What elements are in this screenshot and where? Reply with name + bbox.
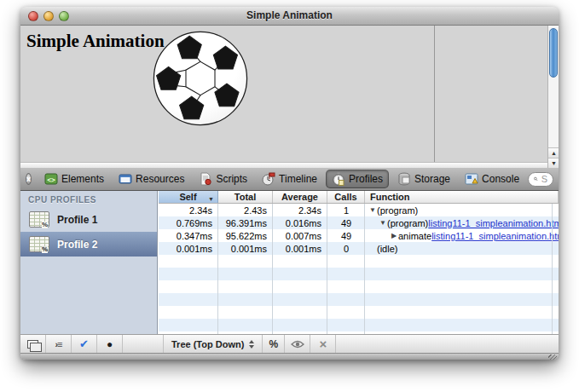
- show-console-button[interactable]: ›≡: [46, 335, 72, 353]
- function-name: (idle): [377, 244, 397, 254]
- profiles-panel: CPU PROFILES % Profile 1 % Profile 2 Sel…: [20, 191, 559, 334]
- sidebar-item-profile-1[interactable]: % Profile 1: [20, 207, 157, 232]
- tree-mode-select[interactable]: Tree (Top Down): [164, 335, 263, 353]
- tab-console[interactable]: Console: [459, 170, 525, 188]
- sidebar-item-profile-2[interactable]: % Profile 2: [20, 232, 157, 257]
- tab-elements[interactable]: <> Elements: [38, 170, 110, 188]
- table-row[interactable]: 0.001ms 0.001ms 0.001ms 0 (idle): [159, 242, 559, 255]
- search-input[interactable]: [541, 174, 547, 184]
- eye-icon: [291, 340, 304, 349]
- sidebar-item-label: Profile 2: [57, 239, 97, 251]
- cell-average: 0.007ms: [273, 231, 327, 241]
- vertical-scrollbar[interactable]: ▲ ▼: [547, 26, 559, 168]
- column-label: Total: [234, 192, 256, 202]
- column-label: Calls: [334, 192, 356, 202]
- title-bar: Simple Animation: [20, 7, 559, 26]
- column-divider[interactable]: [364, 204, 365, 334]
- screenshot-stage: Simple Animation Simple Animation: [0, 0, 579, 392]
- column-header-calls[interactable]: Calls: [327, 191, 365, 203]
- cell-function: ▶ animate listing11-1_simpleanimation.ht…: [365, 231, 559, 241]
- cell-calls: 49: [327, 218, 365, 228]
- tab-profiles[interactable]: Profiles: [326, 170, 389, 188]
- tab-resources[interactable]: Resources: [113, 170, 190, 188]
- horizontal-scrollbar[interactable]: [20, 162, 547, 168]
- elements-icon: <>: [44, 172, 58, 186]
- table-row[interactable]: 0.347ms 95.622ms 0.007ms 49 ▶ animate li…: [159, 229, 559, 242]
- popup-arrows-icon: [249, 340, 254, 349]
- storage-icon: [397, 172, 411, 186]
- search-icon: [534, 175, 538, 183]
- column-header-average[interactable]: Average: [273, 191, 327, 203]
- column-divider[interactable]: [217, 204, 218, 334]
- zoom-window-button[interactable]: [59, 11, 69, 21]
- column-header-total[interactable]: Total: [218, 191, 273, 203]
- column-divider[interactable]: [327, 204, 327, 334]
- close-inspector-button[interactable]: x: [26, 173, 32, 185]
- cell-calls: 49: [327, 231, 365, 241]
- cell-function: ▼ (program): [365, 205, 559, 216]
- profiles-icon: [332, 172, 345, 186]
- profiles-sidebar: CPU PROFILES % Profile 1 % Profile 2: [20, 191, 158, 334]
- x-icon: ×: [319, 337, 327, 351]
- profile-icon: %: [29, 236, 49, 252]
- sidebar-section-header: CPU PROFILES: [20, 191, 157, 207]
- tab-storage[interactable]: Storage: [391, 170, 456, 188]
- column-label: Average: [281, 192, 318, 202]
- exclude-function-button[interactable]: ×: [310, 335, 336, 353]
- record-profile-button[interactable]: ●: [97, 335, 123, 353]
- scroll-down-button[interactable]: ▼: [548, 158, 559, 168]
- cell-average: 0.001ms: [273, 244, 327, 254]
- source-link[interactable]: listing11-1_simpleanimation.html:43: [431, 231, 559, 241]
- table-row[interactable]: 2.34s 2.43s 2.34s 1 ▼ (program): [159, 204, 559, 216]
- cell-self: 0.001ms: [159, 244, 218, 254]
- search-field[interactable]: [528, 172, 553, 187]
- resize-grip[interactable]: [548, 355, 557, 360]
- cell-self: 0.347ms: [159, 231, 218, 241]
- scroll-up-button[interactable]: ▲: [548, 147, 559, 158]
- inspector-statusbar: ›≡ ✔ ● Tree (Top Down) % ×: [20, 334, 559, 353]
- function-name: (program): [377, 205, 418, 216]
- expand-arrow-icon[interactable]: ▶: [390, 232, 398, 239]
- inspector-toolbar: x <> Elements Resources Scripts Timeline…: [20, 168, 559, 191]
- column-label: Self: [179, 192, 196, 202]
- tree-mode-label: Tree (Top Down): [171, 339, 244, 349]
- toggle-selected-button[interactable]: ✔: [72, 335, 97, 353]
- grid-header-row: Self ▼ Total Average Calls Function: [159, 191, 559, 204]
- tab-label: Resources: [136, 173, 184, 185]
- column-label: Function: [370, 192, 409, 202]
- function-name: animate: [398, 231, 431, 241]
- tab-timeline[interactable]: Timeline: [256, 170, 323, 188]
- cell-average: 0.016ms: [273, 218, 327, 228]
- cell-function: ▼ (program) listing11-1_simpleanimation.…: [365, 218, 559, 228]
- minimize-window-button[interactable]: [43, 11, 54, 21]
- source-link[interactable]: listing11-1_simpleanimation.html:1: [428, 218, 559, 228]
- window-title: Simple Animation: [20, 7, 559, 25]
- table-row[interactable]: 0.769ms 96.391ms 0.016ms 49 ▼ (program) …: [159, 216, 559, 229]
- column-header-function[interactable]: Function: [365, 191, 559, 203]
- cell-total: 95.622ms: [218, 231, 273, 241]
- cell-function: (idle): [365, 244, 559, 254]
- close-window-button[interactable]: [28, 11, 38, 21]
- column-divider[interactable]: [272, 204, 273, 334]
- tab-scripts[interactable]: Scripts: [193, 170, 253, 188]
- percent-toggle-button[interactable]: %: [263, 335, 285, 353]
- scripts-icon: [199, 172, 212, 186]
- cell-total: 96.391ms: [218, 218, 273, 228]
- column-header-self[interactable]: Self ▼: [159, 191, 218, 203]
- cell-self: 0.769ms: [159, 218, 218, 228]
- scrollbar-thumb[interactable]: [549, 28, 558, 78]
- inspector-window: Simple Animation Simple Animation: [20, 7, 559, 360]
- expand-arrow-icon[interactable]: ▼: [368, 206, 377, 214]
- focus-function-button[interactable]: [285, 335, 310, 353]
- soccer-ball-image: [150, 28, 251, 129]
- dock-icon: [27, 340, 38, 349]
- dock-to-bottom-button[interactable]: [20, 335, 46, 353]
- checkmark-icon: ✔: [79, 337, 89, 350]
- tab-label: Profiles: [349, 173, 383, 185]
- console-icon: [465, 172, 478, 186]
- expand-arrow-icon[interactable]: ▼: [379, 219, 387, 227]
- cell-calls: 0: [327, 244, 365, 254]
- cell-average: 2.34s: [273, 205, 327, 216]
- record-icon: ●: [107, 338, 113, 350]
- statusbar-spacer: [123, 335, 164, 353]
